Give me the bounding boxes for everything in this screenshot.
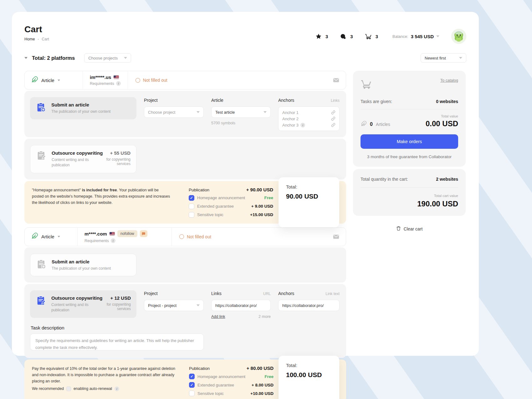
balance-dropdown[interactable]: Balance: 3 545 USD bbox=[392, 34, 439, 39]
task-description-label: Task description bbox=[31, 325, 340, 330]
chevron-down-icon bbox=[58, 236, 60, 237]
info-icon[interactable]: i bbox=[300, 123, 305, 127]
info-icon[interactable]: i bbox=[116, 81, 121, 86]
chevron-down-icon bbox=[436, 35, 439, 37]
sort-select[interactable]: Newest first bbox=[421, 53, 466, 63]
submit-section-2: Submit an article The publication of you… bbox=[24, 247, 346, 283]
item-total-value: 100.00 USD bbox=[286, 371, 332, 379]
auto-renewal-label: enabling auto-renewal bbox=[74, 386, 112, 392]
main-container: Cart Home • Cart 3 3 3 Balance: 3 54 bbox=[12, 12, 479, 356]
option-sensitive-topic: Sensitive topic +15.00 USD bbox=[189, 212, 273, 218]
order-summary-sidebar: To catalog Tasks are given: 0 websites 0… bbox=[353, 71, 466, 399]
articles-label: Articles bbox=[376, 122, 390, 127]
checkbox[interactable] bbox=[189, 212, 194, 218]
anchors-column: Anchors Links Anchor 1 Anchor 2 bbox=[278, 97, 340, 131]
clipboard-edit-icon bbox=[36, 295, 46, 307]
info-icon[interactable]: i bbox=[111, 238, 115, 243]
comment-icon[interactable] bbox=[140, 230, 147, 237]
make-orders-button[interactable]: Make orders bbox=[361, 134, 458, 149]
total-value-label: Total value bbox=[426, 114, 458, 118]
notice-text: Pay the equivalent of 10% of the total o… bbox=[32, 365, 182, 396]
content-type-select[interactable]: Article bbox=[31, 232, 77, 241]
option-homepage-announcement: Homepage announcement Free bbox=[189, 374, 274, 379]
cart-icon bbox=[365, 33, 372, 40]
to-catalog-link[interactable]: To catalog bbox=[440, 78, 458, 83]
platform-card-header-1: Article im*****.us Requirements i bbox=[24, 71, 346, 90]
checkbox[interactable] bbox=[189, 382, 195, 388]
requirements-link[interactable]: Requirements bbox=[84, 239, 109, 243]
checkbox[interactable] bbox=[189, 374, 195, 379]
project-select[interactable]: Choose project bbox=[144, 106, 204, 118]
outsource-copywriting-option[interactable]: Outsource copywriting + 55 USD Content w… bbox=[30, 145, 136, 173]
link-icon[interactable] bbox=[331, 123, 335, 127]
chevron-down-icon bbox=[263, 111, 267, 113]
guarantee-notice-2: Pay the equivalent of 10% of the total o… bbox=[24, 360, 346, 399]
collapse-icon[interactable] bbox=[24, 57, 28, 59]
link-url-input[interactable] bbox=[211, 300, 271, 311]
article-column: Article Test article 5700 symbols bbox=[211, 97, 271, 125]
notice-text: "Homepage announcement" is included for … bbox=[32, 187, 171, 218]
title-block: Cart Home • Cart bbox=[24, 24, 49, 41]
links-column: Links URL Add link 2 more bbox=[211, 290, 271, 319]
link-icon[interactable] bbox=[331, 117, 335, 121]
link-icon[interactable] bbox=[331, 110, 335, 115]
outsource-section-2: Outsource copywriting + 12 USD Content w… bbox=[24, 284, 346, 358]
submit-article-option[interactable]: Submit an article The publication of you… bbox=[30, 97, 136, 119]
anchor-row: Anchor 2 bbox=[282, 116, 335, 122]
us-flag-icon bbox=[114, 75, 119, 79]
breadcrumb-home-link[interactable]: Home bbox=[24, 37, 35, 41]
nofollow-badge: nofollow bbox=[117, 230, 137, 237]
project-column: Project Choose project bbox=[144, 97, 204, 118]
message-button[interactable] bbox=[333, 233, 340, 240]
add-link-button[interactable]: Add link bbox=[211, 314, 225, 319]
publication-options-1: Publication + 90.00 USD Homepage announc… bbox=[189, 187, 273, 218]
breadcrumb-separator: • bbox=[38, 37, 39, 41]
task-description-input[interactable] bbox=[30, 334, 204, 350]
star-icon bbox=[315, 33, 322, 39]
symbols-count: 5700 symbols bbox=[211, 121, 271, 125]
platforms-total-label: Total: 2 platforms bbox=[32, 55, 75, 61]
outsource-copywriting-option[interactable]: Outsource copywriting + 12 USD Content w… bbox=[30, 290, 136, 318]
chevron-down-icon bbox=[124, 57, 127, 59]
favorites-nav[interactable]: 3 bbox=[315, 33, 328, 39]
articles-count: 0 bbox=[370, 122, 373, 127]
cart-value-label: Total cart value bbox=[361, 194, 458, 198]
anchors-list: Anchor 1 Anchor 2 Anchor 3 i bbox=[278, 106, 340, 131]
choose-projects-select[interactable]: Choose projects bbox=[84, 53, 131, 63]
feather-icon bbox=[361, 121, 367, 128]
item-total-card-2: Total: 100.00 USD bbox=[279, 356, 339, 399]
clipboard-add-icon bbox=[36, 102, 46, 114]
cart-nav[interactable]: 3 bbox=[365, 33, 378, 40]
anchor-text-input[interactable] bbox=[278, 300, 340, 311]
breadcrumb-current: Cart bbox=[42, 37, 49, 41]
info-icon[interactable]: i bbox=[115, 386, 119, 391]
submit-article-option[interactable]: Submit an article The publication of you… bbox=[30, 254, 136, 277]
page-title: Cart bbox=[24, 24, 49, 34]
checkbox[interactable] bbox=[189, 204, 194, 209]
divider bbox=[361, 109, 458, 109]
outsource-section-1: Outsource copywriting + 55 USD Content w… bbox=[24, 139, 346, 179]
auto-renewal-checkbox[interactable] bbox=[66, 386, 71, 391]
content-type-select[interactable]: Article bbox=[31, 76, 83, 85]
favorites-count: 3 bbox=[325, 34, 328, 39]
item-total-value: 90.00 USD bbox=[286, 193, 332, 200]
chevron-down-icon bbox=[58, 80, 60, 81]
checkbox[interactable] bbox=[189, 391, 195, 396]
status-not-filled: Not filled out bbox=[172, 234, 333, 239]
chat-icon bbox=[340, 33, 346, 40]
cart-toolbar: Total: 2 platforms Choose projects Newes… bbox=[24, 53, 466, 63]
balance-value: 3 545 USD bbox=[411, 34, 434, 39]
site-name: m****.com bbox=[84, 231, 107, 236]
message-button[interactable] bbox=[333, 77, 340, 84]
avatar[interactable] bbox=[451, 29, 466, 44]
clear-cart-button[interactable]: Clear cart bbox=[353, 226, 466, 232]
project-select[interactable]: Project - project bbox=[144, 300, 204, 311]
article-select[interactable]: Test article bbox=[211, 106, 271, 118]
total-value: 0.00 USD bbox=[426, 119, 458, 128]
messages-nav[interactable]: 3 bbox=[340, 33, 353, 40]
cart-icon bbox=[361, 78, 372, 91]
us-flag-icon bbox=[110, 232, 115, 236]
requirements-link[interactable]: Requirements bbox=[90, 81, 114, 86]
platform-card-header-2: Article m****.com nofollow Requirements … bbox=[24, 227, 346, 246]
checkbox[interactable] bbox=[189, 195, 194, 201]
